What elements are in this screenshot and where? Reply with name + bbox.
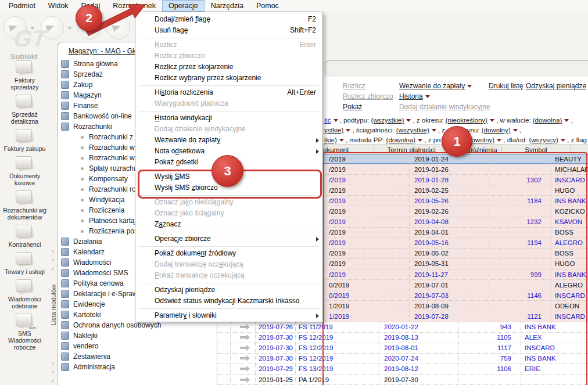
tree-item-administracja[interactable]: Administracja	[58, 362, 217, 372]
annotation-badge-3: 3	[211, 155, 243, 187]
filter-value[interactable]: (nieokreślony)	[446, 117, 487, 124]
menu-item-historia-rozliczenia[interactable]: Historia rozliczeniaAlt+Enter	[135, 87, 322, 98]
menu-item-rozlicz-wybrany-przez-skojarzenie[interactable]: Rozlicz wybrany przez skojarzenie	[135, 73, 322, 84]
menu-item-label: Usuń flagę	[155, 26, 188, 34]
odzyskaj-pieniadze-link[interactable]: Odzyskaj pieniądze	[526, 82, 586, 90]
sidebar-module-faktury-sprzedaży[interactable]: Faktury sprzedaży	[1, 60, 49, 91]
filter-label: ,	[518, 127, 521, 134]
menu-item-wezwanie-do-zapłaty[interactable]: Wezwanie do zapłaty	[135, 135, 322, 146]
filter-value[interactable]: (wszyscy)	[529, 136, 558, 143]
sidebar-module-towary-i-usługi[interactable]: Towary i usługi	[1, 252, 49, 275]
filter-value[interactable]: (wszystkie)	[396, 127, 429, 134]
chevron-down-icon[interactable]	[490, 119, 494, 122]
rozrachunki-wg-dokumentów-icon	[16, 190, 34, 206]
chevron-down-icon[interactable]	[497, 139, 501, 142]
tree-item-naklejki[interactable]: Naklejki	[58, 330, 217, 341]
sidebar-module-sprzedaż-detaliczna[interactable]: Sprzedaż detaliczna	[1, 95, 49, 125]
sidebar-module-kontrahenci[interactable]: Kontrahenci	[1, 225, 49, 248]
bullet-icon	[81, 188, 84, 191]
tree-item-vendero[interactable]: vendero	[58, 341, 217, 351]
menu-item-label: Rozlicz wybrany przez skojarzenie	[155, 74, 261, 82]
menu-item-label: Pokaż transakcję oczekującą	[155, 271, 245, 279]
sidebar-module-dokumenty-kasowe[interactable]: Dokumenty kasowe	[1, 156, 49, 186]
menu-item-dodaj-zmień-flagę[interactable]: Dodaj/zmień flagęF2	[135, 14, 322, 25]
menubar-item-narzędzia[interactable]: Narzędzia	[205, 0, 250, 12]
menu-item-odzyskaj-pieniądze[interactable]: Odzyskaj pieniądze	[135, 285, 322, 296]
menu-item-usuń-flagę[interactable]: Usuń flagęShift+F2	[135, 25, 322, 36]
tree-item-label: Zestawienia	[73, 352, 110, 361]
sidebar-module-rozrachunki-wg-dokumentów[interactable]: Rozrachunki wg dokumentów	[1, 190, 49, 221]
chevron-down-icon[interactable]	[67, 27, 72, 30]
menu-item-zaznacz[interactable]: Zaznacz	[135, 219, 322, 230]
chevron-down-icon[interactable]	[432, 129, 436, 132]
menu-item-parametry-i-słowniki[interactable]: Parametry i słowniki	[135, 310, 322, 321]
warehouse-link[interactable]: Magazyn: - MAG - Głów	[69, 47, 143, 55]
wezwanie-do-zaplaty-link[interactable]: Wezwanie do zapłaty	[399, 82, 472, 90]
date-cell: 2019-07-30	[256, 343, 296, 353]
tab-rozrachunki[interactable]	[325, 60, 588, 77]
chevron-down-icon[interactable]	[339, 139, 344, 142]
historia-link[interactable]: Historia	[399, 92, 430, 100]
menu-item-oznacz-jako-ściągalny: Oznacz jako ściągalny	[135, 208, 322, 219]
menubar-item-widok[interactable]: Widok	[42, 0, 75, 12]
menubar-item-podmiot[interactable]: Podmiot	[2, 0, 42, 12]
filter-label: , ściągalności:	[350, 127, 396, 134]
tree-item-zestawienia[interactable]: Zestawienia	[58, 351, 217, 362]
filter-value[interactable]: (dowolna)	[386, 136, 416, 143]
sidebar-module-faktury-zakupu[interactable]: Faktury zakupu	[1, 129, 49, 152]
menubar-item-pomoc[interactable]: Pomoc	[250, 0, 285, 12]
menu-item-odśwież-status-windykacji-kaczmarski-inkasso[interactable]: Odśwież status windykacji Kaczmarski Ink…	[135, 296, 322, 307]
filter-value[interactable]: ść	[324, 117, 331, 124]
bullet-icon	[81, 157, 84, 160]
tree-item-label: Kartoteki	[73, 311, 101, 319]
module-list-strip[interactable]: › › › Lista modułów › › ›	[49, 44, 58, 385]
chevron-right-icon: ›	[52, 360, 53, 366]
menu-item-label: Nota odsetkowa	[155, 147, 205, 155]
row-icon-cell	[231, 375, 256, 384]
menu-item-pokaż-dokument-źródłowy[interactable]: Pokaż dokument źródłowy	[135, 248, 322, 259]
filter-value[interactable]: (wszystkie)	[371, 117, 404, 124]
drukuj-liste-link[interactable]: Drukuj listę	[489, 82, 523, 90]
towary-i-usługi-icon	[16, 252, 34, 267]
faktury-sprzedaży-icon	[16, 60, 34, 75]
filter-value[interactable]: (dowolny)	[482, 127, 511, 134]
module-strip-label: Lista modułów	[50, 285, 57, 325]
sms-wiadomości-robocze-icon: SMS	[16, 314, 34, 329]
menu-item-label: Odzyskaj pieniądze	[155, 286, 215, 294]
chevron-down-icon[interactable]	[418, 139, 422, 142]
chevron-down-icon[interactable]	[334, 119, 338, 122]
pokaz-link[interactable]: Pokaż	[343, 103, 362, 111]
faktury-zakupu-icon	[16, 129, 34, 144]
menu-item-rozlicz-przez-skojarzenie[interactable]: Rozlicz przez skojarzenie	[135, 62, 322, 73]
menu-shortcut: Alt+Enter	[287, 87, 316, 98]
row-selector-cell	[217, 333, 231, 343]
wiadomości-odebrane-icon	[16, 279, 34, 294]
tree-item-label: Ewidencje	[73, 300, 105, 308]
tree-item-label: Polityka cenowa	[73, 279, 124, 287]
tree-item-label: Administracja	[73, 363, 115, 371]
filter-value[interactable]: tkie)	[324, 136, 337, 143]
kontrahenci-icon	[16, 225, 34, 240]
bullet-icon	[81, 220, 84, 222]
sidebar-module-sms-wiadomości-robocze[interactable]: SMSSMS Wiadomości robocze	[1, 314, 49, 351]
submenu-arrow-icon	[316, 138, 319, 143]
tree-item-label: Rozrachunki wg	[89, 143, 138, 152]
row-icon-cell	[231, 333, 256, 343]
filter-value[interactable]: (dowolna)	[533, 117, 562, 124]
date-cell: 2019-07-30	[256, 333, 296, 343]
filter-value[interactable]: ystkie)	[324, 127, 343, 134]
menu-item-label: Oznacz jako ściągalny	[155, 209, 224, 217]
annotation-badge-2: 2	[76, 5, 102, 31]
menu-item-pokaż-transakcję-oczekującą: Pokaż transakcję oczekującą	[135, 270, 322, 281]
sidebar-module-wiadomości-odebrane[interactable]: Wiadomości odebrane	[1, 279, 49, 310]
chevron-down-icon[interactable]	[513, 129, 518, 132]
menu-item-operacje-zbiorcze[interactable]: Operacje zbiorcze	[135, 233, 322, 244]
menu-shortcut: F2	[308, 14, 316, 25]
tree-node-icon	[61, 91, 69, 99]
tree-node-icon	[61, 238, 69, 246]
menu-item-label: Historia windykacji	[155, 114, 212, 122]
menubar-item-operacje[interactable]: Operacje	[162, 0, 205, 12]
chevron-down-icon[interactable]	[561, 139, 565, 142]
filter-label: , z okresu:	[411, 117, 445, 124]
menu-item-historia-windykacji[interactable]: Historia windykacji	[135, 113, 322, 124]
